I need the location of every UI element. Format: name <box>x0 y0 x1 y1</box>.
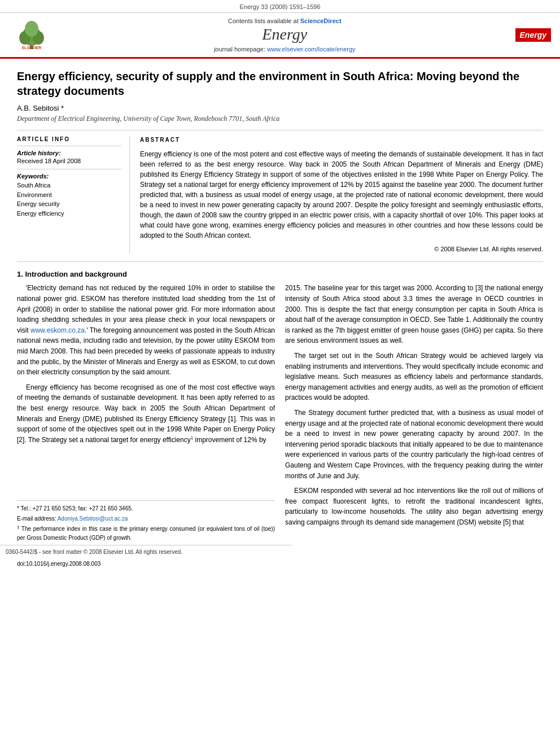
body-left-para1: 'Electricity demand has not reduced by t… <box>17 283 275 377</box>
homepage-prefix: journal homepage: <box>214 46 267 53</box>
copyright-line: © 2008 Elsevier Ltd. All rights reserved… <box>140 245 543 254</box>
abstract-col: ABSTRACT Energy efficiency is one of the… <box>140 136 543 254</box>
contents-prefix: Contents lists available at <box>228 18 300 24</box>
keyword-3: Energy security <box>17 199 121 209</box>
body-right-para1: 2015. The baseline year for this target … <box>285 283 543 346</box>
keywords: South Africa Environment Energy security… <box>17 181 121 218</box>
journal-center: Contents lists available at ScienceDirec… <box>60 18 510 53</box>
svg-point-4 <box>25 21 38 37</box>
sciencedirect-line: Contents lists available at ScienceDirec… <box>60 18 510 24</box>
email-link[interactable]: Adoniya.Sebitosi@uct.ac.za <box>58 516 128 522</box>
keywords-label: Keywords: <box>17 173 121 180</box>
body-area: 1. Introduction and background 'Electric… <box>0 262 560 575</box>
footnote-area: * Tel.: +27 21 650 5253; fax: +27 21 650… <box>17 500 275 542</box>
article-history-label: Article history: <box>17 150 121 156</box>
body-right-para3: The Strategy document further predicted … <box>285 408 543 481</box>
footnote-email: E-mail address: Adoniya.Sebitosi@uct.ac.… <box>17 514 275 523</box>
journal-citation: Energy 33 (2008) 1591–1596 <box>239 3 320 10</box>
received-date: Received 18 April 2008 <box>17 158 121 164</box>
keyword-2: Environment <box>17 190 121 200</box>
issn-text: 0360-5442/$ - see front matter © 2008 El… <box>6 548 182 557</box>
article-info-title: ARTICLE INFO <box>17 136 121 142</box>
homepage-link[interactable]: www.elsevier.com/locate/energy <box>267 46 356 53</box>
body-col-left: 'Electricity demand has not reduced by t… <box>17 283 275 569</box>
eskom-link[interactable]: www.eskom.co.za <box>30 326 85 334</box>
journal-homepage-line: journal homepage: www.elsevier.com/locat… <box>60 46 510 53</box>
footnote-star: * Tel.: +27 21 650 5253; fax: +27 21 650… <box>17 504 275 513</box>
energy-badge: Energy <box>515 28 551 42</box>
author: A.B. Sebitosi * <box>17 104 543 112</box>
elsevier-tree-icon: ELSEVIER <box>15 20 49 51</box>
page: Energy 33 (2008) 1591–1596 ELSEVIER Cont… <box>0 0 560 747</box>
two-col-header: ARTICLE INFO Article history: Received 1… <box>17 130 543 254</box>
author-name: A.B. Sebitosi * <box>17 104 64 112</box>
body-left-para2: Energy efficiency has become recognised … <box>17 382 275 445</box>
doi-text: doi:10.1016/j.energy.2008.08.003 <box>17 561 100 567</box>
keyword-4: Energy efficiency <box>17 209 121 219</box>
two-col-body: 'Electricity demand has not reduced by t… <box>17 283 543 569</box>
affiliation: Department of Electrical Engineering, Un… <box>17 115 543 123</box>
body-right-para4: ESKOM responded with several ad hoc inte… <box>285 486 543 527</box>
journal-header: ELSEVIER Contents lists available at Sci… <box>0 13 560 59</box>
sciencedirect-link[interactable]: ScienceDirect <box>300 18 342 24</box>
energy-badge-label: Energy <box>520 30 546 40</box>
article-area: Energy efficiency, security of supply an… <box>0 59 560 254</box>
top-bar: Energy 33 (2008) 1591–1596 <box>0 0 560 13</box>
article-info: ARTICLE INFO Article history: Received 1… <box>17 136 130 254</box>
svg-text:ELSEVIER: ELSEVIER <box>22 46 42 50</box>
body-right-para2: The target set out in the South African … <box>285 351 543 403</box>
journal-name: Energy <box>60 25 510 43</box>
elsevier-logo: ELSEVIER <box>9 20 54 51</box>
body-col-right: 2015. The baseline year for this target … <box>285 283 543 569</box>
article-title: Energy efficiency, security of supply an… <box>17 69 543 98</box>
section1-title: 1. Introduction and background <box>17 270 543 278</box>
bottom-bar-left: 0360-5442/$ - see front matter © 2008 El… <box>0 545 292 559</box>
abstract-text: Energy efficiency is one of the most pot… <box>140 149 543 241</box>
footnote-1: 1 The performance index in this case is … <box>17 524 275 542</box>
abstract-title: ABSTRACT <box>140 136 543 145</box>
keyword-1: South Africa <box>17 181 121 190</box>
